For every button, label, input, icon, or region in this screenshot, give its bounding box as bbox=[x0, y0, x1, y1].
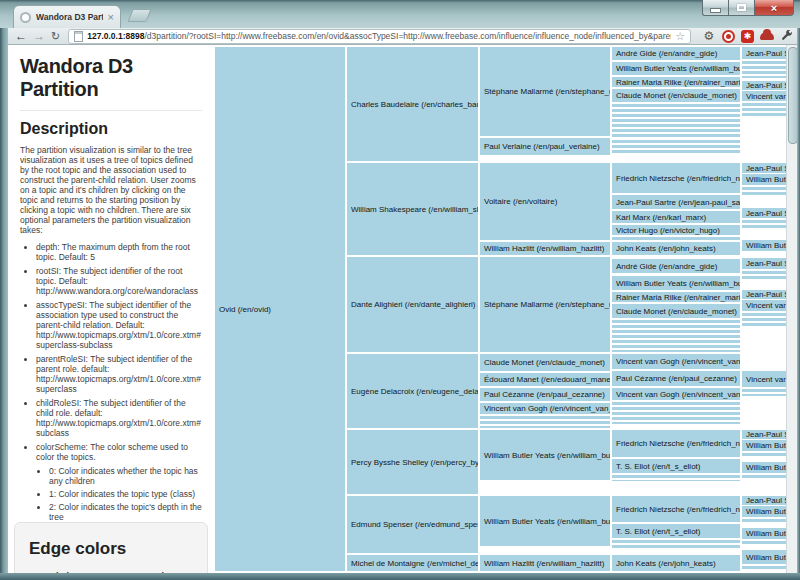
record-extension-icon[interactable] bbox=[722, 30, 735, 43]
partition-cell[interactable]: Friedrich Nietzsche (/en/friedrich_nietz… bbox=[612, 163, 740, 193]
tab-close-icon[interactable]: × bbox=[108, 12, 114, 23]
partition-cell[interactable]: William Butler Yeats (/en/william_butler… bbox=[742, 528, 787, 539]
partition-cell[interactable]: Claude Monet (/en/claude_monet) bbox=[612, 89, 740, 102]
window-close-button[interactable]: × bbox=[754, 0, 794, 16]
partition-cell[interactable]: Vincent van Gogh (/en/vincent_van_gogh) bbox=[742, 300, 787, 311]
partition-cell[interactable]: Eugène Delacroix (/en/eugene_delacroix) bbox=[347, 354, 478, 428]
partition-mini-cells[interactable] bbox=[742, 313, 787, 326]
partition-mini-cells[interactable] bbox=[612, 140, 740, 154]
page-scrollbar[interactable] bbox=[786, 45, 797, 573]
partition-cell[interactable]: Claude Monet (/en/claude_monet) bbox=[480, 354, 610, 371]
partition-cell[interactable]: Friedrich Nietzsche (/en/friedrich_nietz… bbox=[612, 496, 740, 522]
partition-cell[interactable]: Rainer Maria Rilke (/en/rainer_maria_ril… bbox=[612, 292, 740, 302]
partition-cell[interactable]: William Butler Yeats (/en/william_butler… bbox=[612, 276, 740, 290]
partition-cell[interactable]: Percy Bysshe Shelley (/en/percy_bysshe_s… bbox=[347, 430, 478, 494]
partition-cell[interactable]: William Hazlitt (/en/william_hazlitt) bbox=[480, 555, 610, 571]
partition-mini-cells[interactable] bbox=[742, 271, 787, 279]
page-icon bbox=[74, 31, 83, 42]
partition-cell[interactable]: Stéphane Mallarmé (/en/stephane_mallarme… bbox=[480, 47, 610, 136]
partition-cell[interactable]: William Butler Yeats (/en/william_butler… bbox=[480, 496, 610, 546]
partition-mini-cells[interactable] bbox=[742, 220, 787, 228]
partition-mini-cells[interactable] bbox=[612, 237, 740, 241]
partition-cell[interactable]: Edmund Spenser (/en/edmund_spenser) bbox=[347, 496, 478, 553]
partition-mini-cells[interactable] bbox=[480, 416, 610, 428]
partition-cell[interactable]: Paul Verlaine (/en/paul_verlaine) bbox=[480, 138, 610, 155]
partition-cell[interactable]: Édouard Manet (/en/edouard_manet) bbox=[480, 373, 610, 386]
partition-cell[interactable]: Friedrich Nietzsche (/en/friedrich_nietz… bbox=[612, 430, 740, 457]
partition-mini-cells[interactable] bbox=[742, 187, 787, 196]
partition-mini-cells[interactable] bbox=[612, 104, 740, 137]
partition-cell[interactable]: Stéphane Mallarmé (/en/stephane_mallarme… bbox=[480, 257, 610, 352]
partition-mini-cells[interactable] bbox=[742, 389, 787, 396]
partition-cell[interactable]: John Keats (/en/john_keats) bbox=[612, 242, 740, 255]
partition-cell[interactable]: Vincent van Gogh (/en/vincent_van_gogh) bbox=[480, 403, 610, 414]
partition-mini-cells[interactable] bbox=[612, 475, 740, 481]
partition-cell[interactable]: Jean-Paul Sartre (/en/jean-paul_sartre) bbox=[742, 81, 787, 90]
partition-cell[interactable]: William Butler Yeats (/en/william_butler… bbox=[742, 174, 787, 185]
partition-cell[interactable]: William Butler Yeats (/en/william_butler… bbox=[612, 62, 740, 75]
partition-cell[interactable]: Paul Cézanne (/en/paul_cezanne) bbox=[612, 371, 740, 386]
partition-cell[interactable]: André Gide (/en/andre_gide) bbox=[612, 47, 740, 60]
reload-icon[interactable]: ↻ bbox=[51, 31, 60, 42]
asterisk-extension-icon[interactable]: ✱ bbox=[741, 30, 754, 43]
partition-mini-cells[interactable] bbox=[612, 540, 740, 550]
partition-cell[interactable]: John Keats (/en/john_keats) bbox=[612, 555, 740, 571]
url-bar[interactable]: 127.0.0.1:8898/d3partition/?rootSI=http:… bbox=[68, 29, 691, 44]
partition-mini-cells[interactable] bbox=[742, 453, 787, 458]
partition-cell[interactable]: Jean-Paul Sartre (/en/jean-paul_sartre) bbox=[742, 258, 787, 269]
partition-mini-cells[interactable] bbox=[612, 320, 740, 352]
partition-cell[interactable]: Jean-Paul Sartre (/en/jean-paul_sartre) bbox=[742, 290, 787, 299]
partition-cell[interactable]: Paul Cézanne (/en/paul_cezanne) bbox=[480, 388, 610, 401]
partition-cell[interactable]: André Gide (/en/andre_gide) bbox=[612, 259, 740, 273]
partition-cell[interactable]: Jean-Paul Sartre (/en/jean-paul_sartre) bbox=[742, 208, 787, 218]
partition-cell[interactable]: William Hazlitt (/en/william_hazlitt) bbox=[480, 242, 610, 255]
partition-cell[interactable]: Victor Hugo (/en/victor_hugo) bbox=[612, 225, 740, 235]
partition-cell[interactable]: Rainer Maria Rilke (/en/rainer_maria_ril… bbox=[612, 77, 740, 87]
partition-cell[interactable]: Charles Baudelaire (/en/charles_baudelai… bbox=[347, 47, 478, 161]
partition-cell[interactable]: T. S. Eliot (/en/t_s_eliot) bbox=[612, 524, 740, 538]
partition-cell[interactable]: Ovid (/en/ovid) bbox=[215, 47, 345, 571]
partition-cell[interactable]: Vincent van Gogh (/en/vincent_van_gogh) bbox=[742, 371, 787, 387]
back-icon[interactable]: ← bbox=[15, 30, 27, 42]
partition-cell[interactable]: Jean-Paul Sartre (/en/jean-paul_sartre) bbox=[742, 47, 787, 59]
window-minimize-button[interactable] bbox=[702, 0, 728, 16]
partition-mini-cells[interactable] bbox=[742, 519, 787, 524]
partition-cell[interactable]: T. S. Eliot (/en/t_s_eliot) bbox=[612, 459, 740, 473]
partition-cell[interactable]: William Butler Yeats (/en/william_butler… bbox=[742, 506, 787, 517]
partition-mini-cells[interactable] bbox=[612, 402, 740, 424]
partition-cell[interactable]: Jean-Paul Sartre (/en/jean-paul_sartre) bbox=[742, 163, 787, 173]
partition-mini-cells[interactable] bbox=[742, 103, 787, 117]
partition-cell[interactable]: Jean-Paul Sartre (/en/jean-paul_sartre) bbox=[742, 496, 787, 505]
partition-cell[interactable]: Vincent van Gogh (/en/vincent_van_gogh) bbox=[612, 388, 740, 400]
partition-mini-cells[interactable] bbox=[742, 541, 787, 546]
partition-viz: Ovid (/en/ovid)Charles Baudelaire (/en/c… bbox=[215, 45, 787, 573]
new-tab-button[interactable] bbox=[127, 9, 151, 22]
partition-cell[interactable]: William Butler Yeats (/en/william_butler… bbox=[742, 440, 787, 451]
partition-cell[interactable]: Jean-Paul Sartre (/en/jean-paul_sartre) bbox=[612, 195, 740, 209]
forward-icon[interactable]: → bbox=[33, 30, 45, 42]
partition-cell[interactable]: Jean-Paul Sartre (/en/jean-paul_sartre) bbox=[742, 430, 787, 439]
browser-tab[interactable]: Wandora D3 Partition × bbox=[13, 5, 121, 28]
partition-cell[interactable]: Dante Alighieri (/en/dante_alighieri) bbox=[347, 257, 478, 352]
partition-cell[interactable]: Claude Monet (/en/claude_monet) bbox=[612, 304, 740, 318]
partition-cell[interactable]: Voltaire (/en/voltaire) bbox=[480, 163, 610, 240]
partition-cell[interactable]: William Butler Yeats (/en/william_butler… bbox=[742, 462, 787, 473]
bookmark-star-icon[interactable]: ☆ bbox=[675, 31, 685, 42]
car-extension-icon[interactable] bbox=[760, 32, 774, 40]
partition-mini-cells[interactable] bbox=[742, 475, 787, 480]
wrench-menu-icon[interactable] bbox=[780, 30, 793, 42]
partition-cell[interactable]: Karl Marx (/en/karl_marx) bbox=[612, 211, 740, 223]
partition-cell[interactable]: William Butler Yeats (/en/william_butler… bbox=[742, 240, 787, 251]
url-text: 127.0.0.1:8898/d3partition/?rootSI=http:… bbox=[87, 31, 671, 41]
partition-mini-cells[interactable] bbox=[742, 61, 787, 78]
partition-cell[interactable]: Vincent van Gogh (/en/vincent_van_gogh) bbox=[612, 354, 740, 369]
partition-cell[interactable]: William Butler Yeats (/en/william_butler… bbox=[742, 550, 787, 564]
partition-cell[interactable]: Michel de Montaigne (/en/michel_de_monta… bbox=[347, 555, 478, 571]
gear-extension-icon[interactable]: ⚙ bbox=[702, 29, 716, 43]
window-maximize-button[interactable] bbox=[728, 0, 754, 16]
partition-mini-cells[interactable] bbox=[742, 566, 787, 570]
partition-cell[interactable]: William Butler Yeats (/en/william_butler… bbox=[480, 430, 610, 480]
browser-toolbar: ← → ↻ 127.0.0.1:8898/d3partition/?rootSI… bbox=[8, 28, 797, 45]
partition-cell[interactable]: Vincent van Gogh (/en/vincent_van_gogh) bbox=[742, 91, 787, 101]
partition-cell[interactable]: William Shakespeare (/en/william_shakesp… bbox=[347, 163, 478, 255]
